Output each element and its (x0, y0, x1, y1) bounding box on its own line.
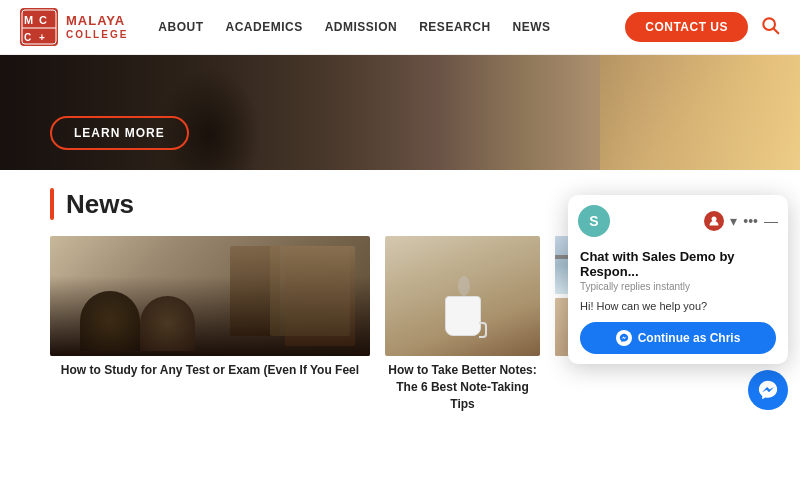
news-card-2[interactable]: How to Take Better Notes: The 6 Best Not… (385, 236, 540, 412)
nav-item-admission[interactable]: ADMISSION (325, 20, 398, 34)
logo-sub: COLLEGE (66, 29, 128, 40)
chat-dropdown-icon[interactable]: ▾ (730, 213, 737, 229)
chat-widget: S ▾ ••• — Chat with Sales Demo by Respon… (568, 195, 788, 364)
messenger-bubble-icon (757, 379, 779, 401)
svg-text:M: M (24, 14, 33, 26)
chat-minimize-icon[interactable]: — (764, 213, 778, 229)
news-card-2-title: How to Take Better Notes: The 6 Best Not… (385, 362, 540, 412)
svg-text:+: + (39, 32, 45, 43)
chat-mini-avatar (704, 211, 724, 231)
nav-item-academics[interactable]: ACADEMICS (226, 20, 303, 34)
search-button[interactable] (760, 15, 780, 40)
chat-avatar: S (578, 205, 610, 237)
news-section-title: News (66, 189, 134, 220)
hero-section: LEARN MORE (0, 55, 800, 170)
chat-continue-label: Continue as Chris (638, 331, 741, 345)
chat-continue-button[interactable]: Continue as Chris (580, 322, 776, 354)
logo[interactable]: M C C + MALAYA COLLEGE (20, 8, 128, 46)
chat-more-icon[interactable]: ••• (743, 213, 758, 229)
news-card-2-image (385, 236, 540, 356)
nav-item-research[interactable]: RESEARCH (419, 20, 490, 34)
main-nav: ABOUT ACADEMICS ADMISSION RESEARCH NEWS (158, 20, 625, 34)
news-card-1-image (50, 236, 370, 356)
chat-header: S ▾ ••• — (568, 195, 788, 243)
chat-title: Chat with Sales Demo by Respon... (580, 249, 776, 279)
news-card-1[interactable]: How to Study for Any Test or Exam (Even … (50, 236, 370, 412)
news-section: News How to Study for Any Test or Exam (… (0, 170, 800, 422)
svg-text:C: C (39, 14, 47, 26)
messenger-icon (616, 330, 632, 346)
logo-icon: M C C + (20, 8, 58, 46)
chat-body: Chat with Sales Demo by Respon... Typica… (568, 243, 788, 364)
svg-point-9 (712, 217, 717, 222)
nav-item-about[interactable]: ABOUT (158, 20, 203, 34)
learn-more-button[interactable]: LEARN MORE (50, 116, 189, 150)
logo-name: MALAYA (66, 14, 128, 28)
svg-text:C: C (24, 32, 31, 43)
svg-line-8 (774, 28, 779, 33)
header: M C C + MALAYA COLLEGE ABOUT ACADEMICS A… (0, 0, 800, 55)
news-card-1-title: How to Study for Any Test or Exam (Even … (50, 362, 370, 379)
nav-item-news[interactable]: NEWS (513, 20, 551, 34)
logo-text: MALAYA COLLEGE (66, 14, 128, 39)
chat-subtitle: Typically replies instantly (580, 281, 776, 292)
news-title-accent (50, 188, 54, 220)
chat-message: Hi! How can we help you? (580, 300, 776, 312)
contact-button[interactable]: CONTACT US (625, 12, 748, 42)
messenger-bubble[interactable] (748, 370, 788, 410)
chat-header-controls: ▾ ••• — (704, 211, 778, 231)
hero-overlay (0, 55, 800, 170)
header-right: CONTACT US (625, 12, 780, 42)
search-icon (760, 15, 780, 35)
